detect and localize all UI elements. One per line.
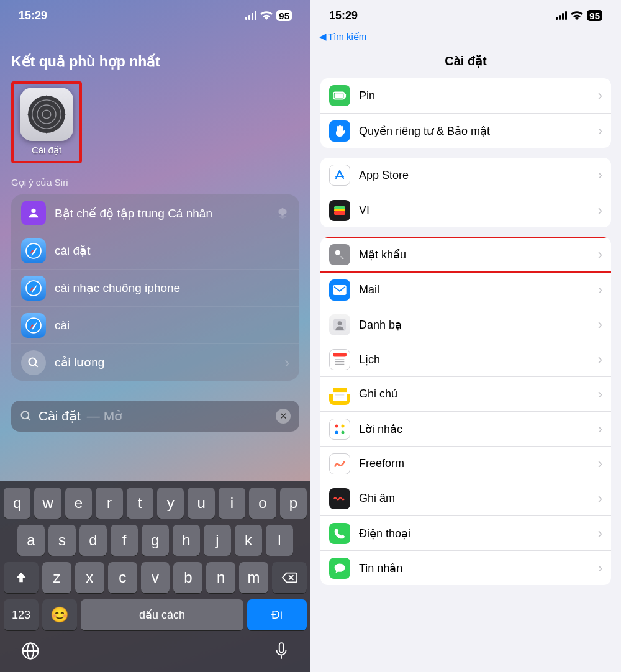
- siri-item[interactable]: cài đặt: [11, 232, 299, 269]
- key-s[interactable]: s: [48, 525, 76, 556]
- page-title: Cài đặt: [310, 53, 621, 68]
- siri-item[interactable]: cải lương ›: [11, 343, 299, 381]
- chevron-right-icon: ›: [598, 421, 602, 437]
- settings-row-label: Danh bạ: [359, 318, 589, 332]
- key-emoji[interactable]: 😊: [42, 599, 77, 630]
- svg-rect-28: [333, 285, 346, 295]
- svg-point-27: [335, 250, 340, 255]
- status-bar: 15:29 95: [0, 0, 310, 31]
- siri-item[interactable]: Bật chế độ tập trung Cá nhân: [11, 194, 299, 232]
- settings-row-label: Ghi âm: [359, 492, 589, 505]
- settings-row-label: Tin nhắn: [359, 561, 589, 575]
- search-icon: [20, 410, 32, 422]
- key-e[interactable]: e: [65, 488, 92, 519]
- key-l[interactable]: l: [266, 525, 293, 556]
- wifi-icon: [260, 11, 273, 20]
- chevron-right-icon: ›: [598, 560, 602, 576]
- key-k[interactable]: k: [235, 525, 262, 556]
- mic-icon[interactable]: [273, 642, 289, 665]
- siri-item[interactable]: cài: [11, 306, 299, 343]
- settings-row-wallet[interactable]: Ví ›: [320, 193, 611, 227]
- svg-point-43: [342, 430, 345, 434]
- key-c[interactable]: c: [108, 562, 137, 593]
- key-r[interactable]: r: [96, 488, 122, 519]
- siri-item-label: cài đặt: [55, 243, 289, 258]
- svg-point-40: [335, 424, 338, 427]
- key-icon: [329, 244, 350, 265]
- key-o[interactable]: o: [249, 488, 276, 519]
- key-h[interactable]: h: [173, 525, 200, 556]
- key-i[interactable]: i: [219, 488, 245, 519]
- key-backspace[interactable]: [272, 562, 307, 593]
- back-button[interactable]: ◀ Tìm kiếm: [310, 31, 621, 42]
- key-u[interactable]: u: [188, 488, 214, 519]
- settings-icon: [20, 88, 73, 141]
- key-go[interactable]: Đi: [247, 599, 307, 630]
- status-time: 15:29: [19, 9, 47, 22]
- key-w[interactable]: w: [34, 488, 61, 519]
- battery-icon: [329, 85, 350, 106]
- settings-row-reminders[interactable]: Lời nhắc ›: [320, 411, 611, 446]
- top-hit-app[interactable]: Cài đặt: [11, 81, 82, 163]
- svg-rect-23: [345, 94, 346, 98]
- settings-row-mail[interactable]: Mail ›: [320, 272, 611, 307]
- key-g[interactable]: g: [142, 525, 169, 556]
- settings-row-freeform[interactable]: Freeform ›: [320, 446, 611, 481]
- settings-row-label: Mật khẩu: [359, 248, 589, 261]
- key-d[interactable]: d: [79, 525, 107, 556]
- contacts-icon: [329, 314, 350, 335]
- chevron-right-icon: ›: [598, 282, 602, 298]
- search-query: Cài đặt: [39, 409, 81, 424]
- key-f[interactable]: f: [111, 525, 138, 556]
- settings-row-phone[interactable]: Điện thoại ›: [320, 515, 611, 550]
- status-bar: 15:29 95: [310, 0, 621, 31]
- notes-icon: [329, 384, 350, 405]
- chevron-right-icon: ›: [598, 491, 602, 507]
- key-p[interactable]: p: [280, 488, 307, 519]
- settings-row-appstore[interactable]: App Store ›: [320, 158, 611, 193]
- top-hit-header: Kết quả phù hợp nhất: [11, 53, 299, 70]
- settings-row-calendar[interactable]: Lịch ›: [320, 342, 611, 376]
- settings-row-key[interactable]: Mật khẩu ›: [320, 237, 611, 272]
- top-hit-label: Cài đặt: [20, 145, 73, 156]
- key-b[interactable]: b: [173, 562, 202, 593]
- key-v[interactable]: v: [141, 562, 170, 593]
- settings-row-messages[interactable]: Tin nhắn ›: [320, 550, 611, 585]
- siri-header: Gợi ý của Siri: [11, 177, 299, 188]
- globe-icon[interactable]: [21, 642, 40, 665]
- key-x[interactable]: x: [75, 562, 104, 593]
- settings-row-contacts[interactable]: Danh bạ ›: [320, 307, 611, 342]
- key-shift[interactable]: [4, 562, 39, 593]
- settings-row-voicememo[interactable]: Ghi âm ›: [320, 481, 611, 515]
- clear-icon[interactable]: ✕: [276, 409, 291, 424]
- key-y[interactable]: y: [157, 488, 184, 519]
- key-n[interactable]: n: [206, 562, 235, 593]
- key-m[interactable]: m: [239, 562, 268, 593]
- key-123[interactable]: 123: [4, 599, 39, 630]
- settings-row-notes[interactable]: Ghi chú ›: [320, 376, 611, 411]
- svg-point-41: [335, 430, 338, 434]
- settings-group: Pin › Quyền riêng tư & Bảo mật ›: [320, 78, 611, 148]
- key-t[interactable]: t: [127, 488, 153, 519]
- mail-icon: [329, 279, 350, 301]
- key-j[interactable]: j: [204, 525, 231, 556]
- settings-screen: 15:29 95 ◀ Tìm kiếm Cài đặt Pin › Quyền …: [310, 0, 621, 672]
- key-space[interactable]: dấu cách: [81, 599, 243, 630]
- svg-point-11: [29, 358, 37, 365]
- key-z[interactable]: z: [42, 562, 71, 593]
- svg-rect-36: [333, 388, 347, 392]
- svg-rect-32: [333, 353, 347, 356]
- siri-item[interactable]: cài nhạc chuông iphone: [11, 269, 299, 306]
- search-hint: — Mở: [87, 409, 122, 424]
- svg-rect-37: [333, 392, 347, 401]
- key-a[interactable]: a: [17, 525, 45, 556]
- settings-row-battery[interactable]: Pin ›: [320, 78, 611, 113]
- key-q[interactable]: q: [4, 488, 30, 519]
- search-field[interactable]: Cài đặt — Mở ✕: [11, 401, 299, 432]
- hand-icon: [329, 120, 350, 142]
- settings-row-label: Lời nhắc: [359, 422, 589, 436]
- battery-indicator: 95: [276, 10, 292, 21]
- settings-row-hand[interactable]: Quyền riêng tư & Bảo mật ›: [320, 113, 611, 148]
- phone-icon: [329, 523, 350, 544]
- chevron-right-icon: ›: [598, 123, 602, 139]
